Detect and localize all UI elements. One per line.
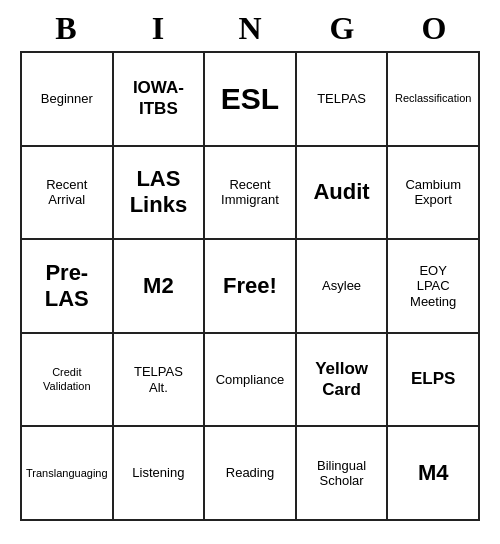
grid-cell-4-2: Reading [204,426,296,520]
header-letter: G [298,10,386,47]
grid-cell-3-1: TELPASAlt. [113,333,205,427]
grid-cell-3-0: CreditValidation [21,333,113,427]
grid-cell-0-3: TELPAS [296,52,388,146]
grid-cell-2-4: EOYLPACMeeting [387,239,479,333]
grid-cell-1-3: Audit [296,146,388,240]
header-letter: I [114,10,202,47]
grid-cell-1-2: RecentImmigrant [204,146,296,240]
header-letter: N [206,10,294,47]
bingo-header: BINGO [20,10,480,47]
grid-cell-3-3: YellowCard [296,333,388,427]
grid-cell-0-1: IOWA-ITBS [113,52,205,146]
grid-cell-1-0: RecentArrival [21,146,113,240]
grid-cell-0-0: Beginner [21,52,113,146]
grid-cell-3-4: ELPS [387,333,479,427]
grid-cell-4-1: Listening [113,426,205,520]
grid-cell-2-3: Asylee [296,239,388,333]
bingo-grid: BeginnerIOWA-ITBSESLTELPASReclassificati… [20,51,480,521]
grid-cell-4-3: BilingualScholar [296,426,388,520]
grid-cell-2-0: Pre-LAS [21,239,113,333]
grid-cell-3-2: Compliance [204,333,296,427]
grid-cell-0-2: ESL [204,52,296,146]
grid-cell-4-0: Translanguaging [21,426,113,520]
grid-cell-2-1: M2 [113,239,205,333]
grid-cell-0-4: Reclassification [387,52,479,146]
header-letter: O [390,10,478,47]
grid-cell-1-4: CambiumExport [387,146,479,240]
header-letter: B [22,10,110,47]
grid-cell-1-1: LASLinks [113,146,205,240]
grid-cell-4-4: M4 [387,426,479,520]
grid-cell-2-2: Free! [204,239,296,333]
